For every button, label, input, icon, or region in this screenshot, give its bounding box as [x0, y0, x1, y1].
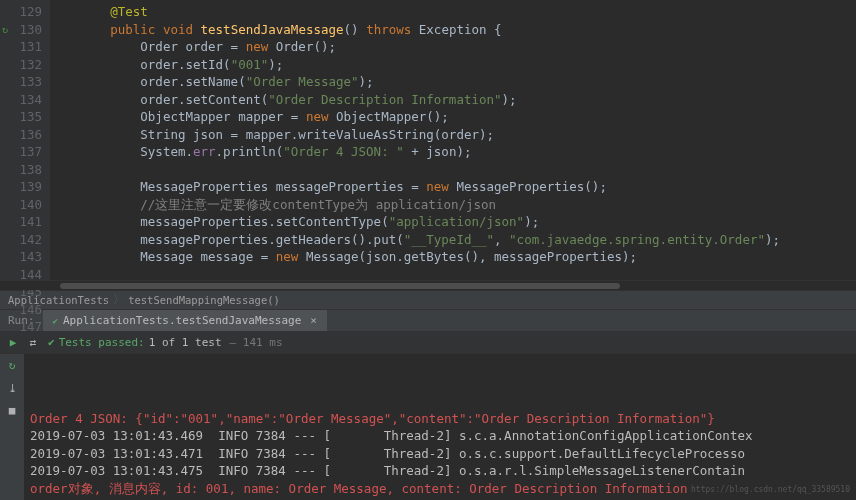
- line-number: 143: [4, 248, 42, 266]
- line-number: 132: [4, 56, 42, 74]
- step-icon[interactable]: ⤓: [8, 380, 17, 398]
- run-tab[interactable]: ✔ ApplicationTests.testSendJavaMessage ×: [43, 310, 327, 331]
- line-number: 141: [4, 213, 42, 231]
- code-line[interactable]: //这里注意一定要修改contentType为 application/json: [50, 196, 856, 214]
- code-line[interactable]: public void testSendJavaMessage() throws…: [50, 21, 856, 39]
- console-side-toolbar: ↻ ⤓ ■: [0, 354, 24, 500]
- code-line[interactable]: System.err.println("Order 4 JSON: " + js…: [50, 143, 856, 161]
- line-number: 142: [4, 231, 42, 249]
- code-line[interactable]: String json = mapper.writeValueAsString(…: [50, 126, 856, 144]
- line-number: 136: [4, 126, 42, 144]
- stop-icon[interactable]: ■: [9, 402, 16, 420]
- code-line[interactable]: order.setContent("Order Description Info…: [50, 91, 856, 109]
- code-editor[interactable]: 129130↻131132133134135136137138139140141…: [0, 0, 856, 280]
- console-line: 2019-07-03 13:01:43.475 INFO 7384 --- [ …: [30, 462, 856, 480]
- code-body[interactable]: @Test public void testSendJavaMessage() …: [50, 0, 856, 280]
- tests-duration: – 141 ms: [230, 336, 283, 349]
- toggle-icon[interactable]: ⇄: [26, 336, 40, 349]
- console-line: Order 4 JSON: {"id":"001","name":"Order …: [30, 410, 856, 428]
- code-line[interactable]: messageProperties.setContentType("applic…: [50, 213, 856, 231]
- line-number: 140: [4, 196, 42, 214]
- breadcrumb-separator: 〉: [113, 293, 124, 307]
- code-line[interactable]: messageProperties.getHeaders().put("__Ty…: [50, 231, 856, 249]
- check-icon: ✔: [53, 316, 58, 326]
- line-number: 139: [4, 178, 42, 196]
- horizontal-scrollbar[interactable]: [0, 280, 856, 290]
- code-line[interactable]: [50, 161, 856, 179]
- line-gutter: 129130↻131132133134135136137138139140141…: [0, 0, 50, 280]
- line-number: 137: [4, 143, 42, 161]
- rerun-icon[interactable]: ↻: [9, 357, 16, 375]
- watermark-text: https://blog.csdn.net/qq_33589510: [691, 481, 850, 499]
- close-icon[interactable]: ×: [310, 314, 317, 327]
- tests-passed-count: 1 of 1 test: [149, 336, 222, 349]
- code-line[interactable]: order.setName("Order Message");: [50, 73, 856, 91]
- run-tab-label: ApplicationTests.testSendJavaMessage: [63, 314, 301, 327]
- tests-passed-status: ✔ Tests passed: 1 of 1 test: [48, 336, 222, 349]
- code-line[interactable]: order.setId("001");: [50, 56, 856, 74]
- line-number: 135: [4, 108, 42, 126]
- code-line[interactable]: ObjectMapper mapper = new ObjectMapper()…: [50, 108, 856, 126]
- line-number: 131: [4, 38, 42, 56]
- line-number: 138: [4, 161, 42, 179]
- code-line[interactable]: Message message = new Message(json.getBy…: [50, 248, 856, 266]
- rerun-icon[interactable]: ▶: [6, 336, 20, 349]
- line-number: 146: [4, 301, 42, 319]
- run-tool-tab-bar: Run: ✔ ApplicationTests.testSendJavaMess…: [0, 310, 856, 332]
- console-line: 2019-07-03 13:01:43.471 INFO 7384 --- [ …: [30, 445, 856, 463]
- line-number: 129: [4, 3, 42, 21]
- console-line: 2019-07-03 13:01:43.469 INFO 7384 --- [ …: [30, 427, 856, 445]
- run-line-icon[interactable]: ↻: [2, 21, 8, 39]
- line-number: 147: [4, 318, 42, 336]
- console-output[interactable]: ↻ ⤓ ■ https://blog.csdn.net/qq_33589510 …: [0, 354, 856, 500]
- code-line[interactable]: [50, 266, 856, 281]
- breadcrumb-method[interactable]: testSendMappingMessage(): [128, 294, 280, 306]
- check-icon: ✔: [48, 336, 55, 349]
- line-number: 134: [4, 91, 42, 109]
- test-status-bar: ▶ ⇄ ✔ Tests passed: 1 of 1 test – 141 ms: [0, 332, 856, 354]
- breadcrumb[interactable]: ApplicationTests 〉 testSendMappingMessag…: [0, 290, 856, 310]
- tests-passed-label: Tests passed:: [59, 336, 145, 349]
- code-line[interactable]: @Test: [50, 3, 856, 21]
- line-number: 130↻: [4, 21, 42, 39]
- code-line[interactable]: MessageProperties messageProperties = ne…: [50, 178, 856, 196]
- line-number: 133: [4, 73, 42, 91]
- code-line[interactable]: Order order = new Order();: [50, 38, 856, 56]
- test-tool-icons: ▶ ⇄: [6, 336, 40, 349]
- scrollbar-thumb[interactable]: [60, 283, 620, 289]
